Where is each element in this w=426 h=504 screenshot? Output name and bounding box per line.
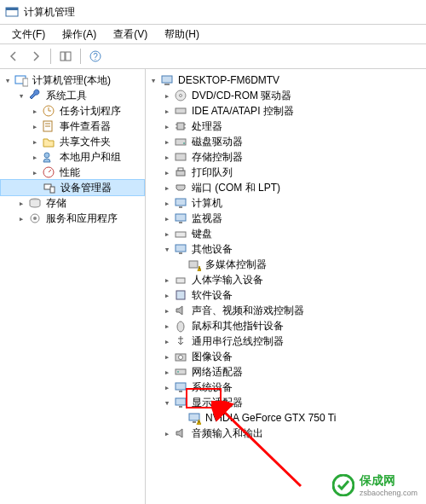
expander-icon[interactable]: ▸ [29,136,41,148]
camera-icon [174,350,187,363]
console-tree[interactable]: ▾ 计算机管理(本地) ▾ 系统工具 ▸ 任务计划程序 ▸ 事件查看器 ▸ 共享… [0,69,146,504]
device-multimedia-ctrl[interactable]: ▸!多媒体控制器 [146,257,426,272]
expander-icon[interactable]: ▸ [161,274,173,286]
device-usb[interactable]: ▸通用串行总线控制器 [146,333,426,349]
device-root[interactable]: ▾ DESKTOP-FM6DMTV [146,72,426,88]
expander-icon[interactable]: ▸ [161,151,173,163]
app-icon [5,5,19,19]
watermark: 保成网 zsbaocheng.com [329,472,421,499]
device-gpu[interactable]: ▸!NVIDIA GeForce GTX 750 Ti [146,410,426,426]
tree-task-scheduler[interactable]: ▸ 任务计划程序 [0,103,145,119]
tree-device-manager[interactable]: ▸ 设备管理器 [0,179,145,196]
menu-help[interactable]: 帮助(H) [156,26,208,43]
expander-icon[interactable]: ▾ [161,243,173,255]
expander-icon[interactable]: ▸ [161,197,173,209]
device-software[interactable]: ▸软件设备 [146,287,426,303]
software-icon [174,288,187,302]
tree-label: 设备管理器 [59,180,113,196]
show-hide-tree-button[interactable] [55,46,76,67]
device-keyboard[interactable]: ▸键盘 [146,226,426,241]
device-storage-ctrl[interactable]: ▸存储控制器 [146,149,426,165]
device-tree[interactable]: ▾ DESKTOP-FM6DMTV ▸DVD/CD-ROM 驱动器 ▸IDE A… [146,69,426,504]
expander-icon[interactable]: ▸ [161,366,173,378]
tree-local-users[interactable]: ▸ 本地用户和组 [0,149,145,165]
window-title: 计算机管理 [24,5,75,20]
menu-action[interactable]: 操作(A) [54,26,105,43]
tree-storage[interactable]: ▸ 存储 [0,195,145,211]
tree-root[interactable]: ▾ 计算机管理(本地) [0,72,145,88]
device-sound[interactable]: ▸声音、视频和游戏控制器 [146,303,426,318]
device-disk[interactable]: ▸磁盘驱动器 [146,134,426,149]
expander-icon[interactable]: ▸ [29,120,41,132]
expander-icon[interactable]: ▸ [161,350,173,362]
expander-icon[interactable]: ▸ [29,105,41,117]
svg-rect-7 [23,78,28,86]
expander-icon[interactable]: ▸ [15,212,27,224]
svg-rect-56 [193,421,196,423]
device-dvd[interactable]: ▸DVD/CD-ROM 驱动器 [146,88,426,103]
device-cpu[interactable]: ▸处理器 [146,119,426,134]
expander-icon[interactable]: ▸ [161,289,173,301]
expander-icon[interactable]: ▸ [29,166,41,178]
device-audio-io[interactable]: ▸音频输入和输出 [146,426,426,441]
tree-event-viewer[interactable]: ▸ 事件查看器 [0,119,145,134]
device-system[interactable]: ▸系统设备 [146,379,426,395]
expander-icon[interactable]: ▾ [15,90,27,101]
svg-rect-24 [177,123,184,130]
forward-button[interactable] [26,46,46,67]
device-print[interactable]: ▸打印队列 [146,165,426,180]
tree-label: 人体学输入设备 [190,272,265,288]
expander-icon[interactable]: ▸ [161,90,173,101]
expander-icon[interactable]: ▸ [161,335,173,347]
tree-performance[interactable]: ▸ 性能 [0,165,145,180]
tree-label: 显示适配器 [190,395,245,411]
expander-icon[interactable]: ▸ [161,105,173,117]
expander-icon[interactable]: ▸ [15,197,27,209]
hid-icon [174,273,187,287]
event-log-icon [42,119,55,133]
expander-icon[interactable]: ▾ [147,74,159,86]
expander-icon[interactable]: ▾ [2,74,14,86]
tree-system-tools[interactable]: ▾ 系统工具 [0,88,145,103]
device-image[interactable]: ▸图像设备 [146,349,426,364]
system-icon [174,380,187,394]
expander-icon[interactable]: ▸ [161,120,173,132]
expander-icon[interactable]: ▸ [161,212,173,224]
tree-label: 声音、视频和游戏控制器 [190,303,306,319]
tree-shared-folders[interactable]: ▸ 共享文件夹 [0,134,145,149]
help-button[interactable]: ? [85,46,106,67]
device-display-adapters[interactable]: ▾显示适配器 [146,395,426,410]
svg-rect-33 [178,168,183,171]
svg-point-18 [33,217,37,220]
back-button[interactable] [3,46,24,67]
menu-view[interactable]: 查看(V) [105,26,156,43]
expander-icon[interactable]: ▸ [161,166,173,178]
watermark-logo-icon [332,474,354,496]
device-ports[interactable]: ▸端口 (COM 和 LPT) [146,180,426,195]
device-hid[interactable]: ▸人体学输入设备 [146,272,426,287]
expander-icon[interactable]: ▸ [161,136,173,148]
device-computer[interactable]: ▸计算机 [146,195,426,211]
expander-icon[interactable]: ▸ [161,427,173,439]
tree-services-apps[interactable]: ▸ 服务和应用程序 [0,211,145,226]
unknown-device-warn-icon: ! [187,258,201,271]
svg-rect-39 [176,245,186,252]
device-manager-icon [43,181,56,194]
svg-rect-34 [176,199,186,206]
svg-rect-40 [179,252,182,254]
expander-icon[interactable]: ▸ [161,304,173,316]
menu-file[interactable]: 文件(F) [3,26,54,43]
device-monitor[interactable]: ▸监视器 [146,211,426,226]
expander-icon[interactable]: ▾ [161,397,173,408]
device-mouse[interactable]: ▸鼠标和其他指针设备 [146,318,426,333]
svg-text:?: ? [93,52,98,61]
device-ide[interactable]: ▸IDE ATA/ATAPI 控制器 [146,103,426,119]
expander-icon[interactable]: ▸ [161,320,173,332]
device-network[interactable]: ▸网络适配器 [146,364,426,379]
expander-icon[interactable]: ▸ [29,151,41,163]
expander-icon[interactable]: ▸ [161,381,173,393]
expander-icon[interactable]: ▸ [161,182,173,194]
device-other[interactable]: ▾其他设备 [146,241,426,257]
expander-icon[interactable]: ▸ [161,228,173,240]
menu-help-label: 帮助(H) [164,28,199,40]
